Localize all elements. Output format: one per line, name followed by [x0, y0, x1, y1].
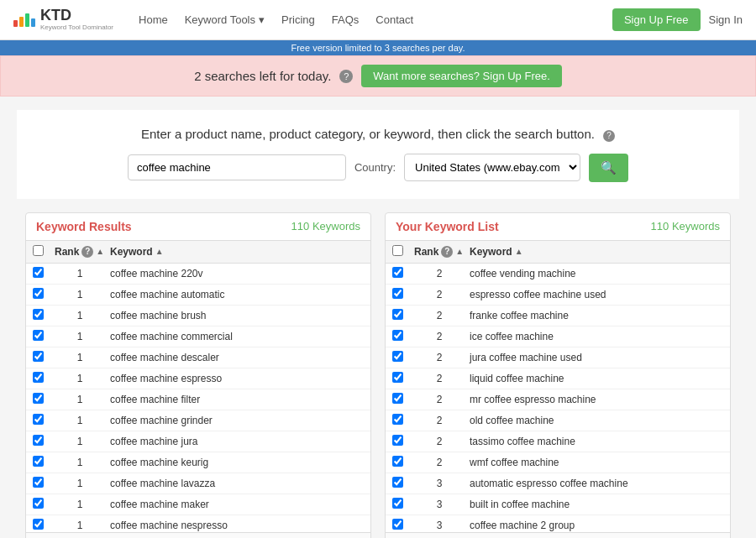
row-checkbox[interactable] — [33, 288, 44, 299]
rank-cell: 2 — [414, 415, 465, 426]
keyword-list-table-header: Rank ? ▲ Keyword ▲ — [386, 241, 730, 264]
keyword-cell: coffee machine descaler — [110, 352, 364, 363]
nav-home[interactable]: Home — [139, 13, 168, 26]
keyword-cell: franke coffee machine — [470, 310, 723, 321]
row-checkbox[interactable] — [392, 267, 403, 278]
keyword-list-panel: Your Keyword List 110 Keywords Rank ? ▲ … — [385, 212, 731, 539]
list-rank-help-icon[interactable]: ? — [441, 246, 453, 258]
keyword-cell: tassimo coffee machine — [470, 436, 723, 447]
keyword-column-header[interactable]: Keyword ▲ — [110, 246, 364, 258]
table-row: 1 coffee machine espresso — [26, 368, 370, 389]
keyword-cell: coffee machine 220v — [110, 268, 364, 279]
list-keyword-column-header[interactable]: Keyword ▲ — [470, 246, 723, 258]
row-checkbox[interactable] — [392, 351, 403, 362]
table-row: 1 coffee machine 220v — [26, 264, 370, 285]
table-row: 2 wmf coffee machine — [386, 452, 730, 473]
logo-icon — [13, 13, 35, 27]
row-checkbox[interactable] — [33, 456, 44, 467]
keyword-cell: coffee machine nespresso — [110, 520, 364, 531]
rank-help-icon[interactable]: ? — [81, 246, 93, 258]
rank-cell: 1 — [55, 436, 105, 447]
rank-cell: 3 — [414, 499, 465, 510]
nav-pricing[interactable]: Pricing — [281, 13, 315, 26]
rank-cell: 1 — [55, 268, 105, 279]
signin-button[interactable]: Sign In — [709, 13, 743, 26]
row-checkbox[interactable] — [33, 309, 44, 320]
list-keyword-sort-icon: ▲ — [515, 247, 523, 256]
nav-faqs[interactable]: FAQs — [332, 13, 360, 26]
rank-cell: 1 — [55, 373, 105, 384]
want-more-button[interactable]: Want more searches? Sign Up Free. — [361, 65, 562, 87]
row-checkbox[interactable] — [33, 351, 44, 362]
alert-banner: 2 searches left for today. ? Want more s… — [0, 55, 756, 97]
keyword-cell: coffee machine grinder — [110, 415, 364, 426]
table-row: 2 ice coffee machine — [386, 326, 730, 347]
nav-keyword-tools[interactable]: Keyword Tools ▾ — [185, 13, 265, 26]
row-checkbox[interactable] — [33, 477, 44, 488]
row-checkbox[interactable] — [392, 330, 403, 341]
table-row: 1 coffee machine automatic — [26, 285, 370, 306]
dropdown-arrow-icon: ▾ — [259, 13, 265, 26]
table-row: 2 liquid coffee machine — [386, 368, 730, 389]
table-row: 1 coffee machine maker — [26, 494, 370, 515]
list-rank-column-header[interactable]: Rank ? ▲ — [414, 246, 465, 258]
row-checkbox[interactable] — [392, 393, 403, 404]
header: KTD Keyword Tool Dominator Home Keyword … — [0, 0, 756, 40]
keyword-cell: built in coffee machine — [470, 499, 723, 510]
row-checkbox[interactable] — [392, 477, 403, 488]
row-checkbox[interactable] — [33, 372, 44, 383]
keyword-cell: coffee machine brush — [110, 310, 364, 321]
table-row: 2 franke coffee machine — [386, 306, 730, 326]
row-checkbox[interactable] — [392, 288, 403, 299]
nav-links: Home Keyword Tools ▾ Pricing FAQs Contac… — [139, 13, 612, 26]
rank-cell: 1 — [55, 520, 105, 531]
rank-cell: 2 — [414, 373, 465, 384]
row-checkbox[interactable] — [33, 414, 44, 425]
select-all-results-checkbox[interactable] — [33, 245, 44, 256]
rank-column-header[interactable]: Rank ? ▲ — [55, 246, 105, 258]
row-checkbox[interactable] — [392, 498, 403, 509]
keyword-cell: coffee machine filter — [110, 394, 364, 405]
rank-cell: 1 — [55, 310, 105, 321]
nav-contact[interactable]: Contact — [375, 13, 413, 26]
row-checkbox[interactable] — [33, 330, 44, 341]
keyword-cell: liquid coffee machine — [470, 373, 723, 384]
select-all-list-checkbox[interactable] — [392, 245, 403, 256]
table-row: 1 coffee machine descaler — [26, 347, 370, 368]
country-select[interactable]: United States (www.ebay.com) United King… — [404, 154, 580, 181]
instruction-help-icon[interactable]: ? — [603, 130, 615, 142]
table-row: 1 coffee machine filter — [26, 389, 370, 410]
rank-cell: 1 — [55, 331, 105, 342]
rank-cell: 2 — [414, 352, 465, 363]
row-checkbox[interactable] — [33, 267, 44, 278]
help-icon[interactable]: ? — [339, 70, 353, 83]
row-checkbox[interactable] — [33, 498, 44, 509]
row-checkbox[interactable] — [392, 519, 403, 530]
row-checkbox[interactable] — [33, 393, 44, 404]
table-row: 1 coffee machine commercial — [26, 326, 370, 347]
row-checkbox[interactable] — [392, 414, 403, 425]
search-section: Enter a product name, product category, … — [17, 110, 739, 199]
keyword-list-table-body: 2 coffee vending machine 2 espresso coff… — [386, 264, 730, 532]
row-checkbox[interactable] — [392, 309, 403, 320]
search-input[interactable] — [128, 154, 346, 180]
search-instruction: Enter a product name, product category, … — [34, 127, 722, 142]
row-checkbox[interactable] — [33, 519, 44, 530]
row-checkbox[interactable] — [392, 435, 403, 446]
rank-cell: 2 — [414, 310, 465, 321]
row-checkbox[interactable] — [392, 372, 403, 383]
rank-cell: 1 — [55, 499, 105, 510]
row-checkbox[interactable] — [33, 435, 44, 446]
table-row: 2 coffee vending machine — [386, 264, 730, 285]
search-button[interactable]: 🔍 — [589, 154, 628, 182]
row-checkbox[interactable] — [392, 456, 403, 467]
header-right: Sign Up Free Sign In — [612, 8, 743, 31]
search-row: Country: United States (www.ebay.com) Un… — [34, 154, 722, 182]
signup-button[interactable]: Sign Up Free — [612, 8, 701, 31]
searches-left-text: 2 searches left for today. — [194, 69, 331, 83]
rank-cell: 2 — [414, 289, 465, 300]
keyword-cell: coffee vending machine — [470, 268, 723, 279]
table-row: 1 coffee machine grinder — [26, 410, 370, 431]
rank-cell: 2 — [414, 436, 465, 447]
rank-cell: 2 — [414, 268, 465, 279]
